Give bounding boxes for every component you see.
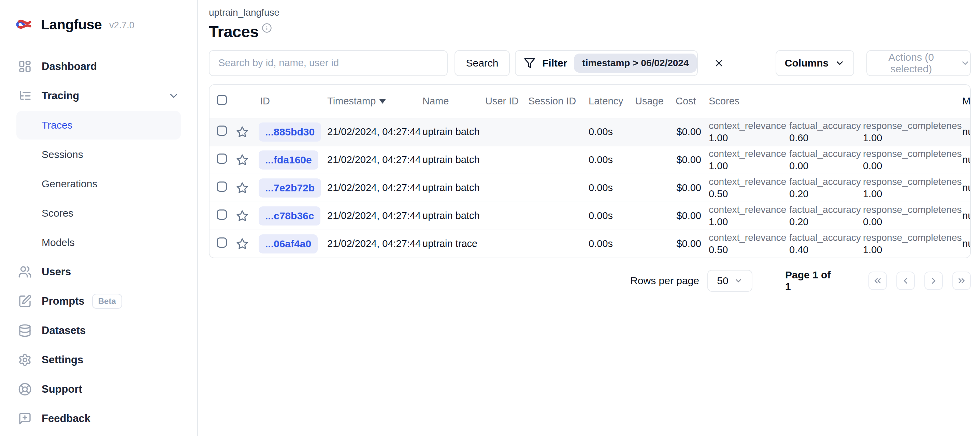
filter-label: Filter — [542, 57, 567, 69]
trace-id-link[interactable]: ...06af4a0 — [259, 234, 318, 253]
search-input[interactable] — [209, 50, 448, 76]
rows-per-page-select[interactable]: 50 — [707, 270, 752, 292]
breadcrumb[interactable]: uptrain_langfuse — [209, 7, 971, 18]
col-header-timestamp[interactable]: Timestamp — [327, 95, 422, 107]
score-value: 0.20 — [789, 188, 863, 200]
score-label: response_completeness — [863, 204, 962, 216]
name-cell: uptrain batch — [422, 210, 485, 221]
last-page-button[interactable] — [952, 272, 971, 290]
trace-id-link[interactable]: ...7e2b72b — [259, 178, 321, 197]
row-checkbox[interactable] — [217, 210, 227, 220]
star-icon[interactable] — [236, 126, 253, 138]
filter-button[interactable]: Filter timestamp > 06/02/2024 — [515, 50, 698, 76]
score-label: context_relevance — [709, 232, 789, 243]
info-icon[interactable] — [262, 23, 272, 33]
chevron-down-icon — [734, 276, 743, 285]
star-icon[interactable] — [236, 238, 253, 250]
previous-page-button[interactable] — [896, 272, 915, 290]
col-header-user-id[interactable]: User ID — [485, 95, 528, 107]
lifebuoy-icon — [17, 382, 33, 396]
score-value: 1.00 — [863, 188, 962, 200]
score-value: 0.20 — [789, 216, 863, 228]
scores-cell: context_relevance1.00 factual_accuracy0.… — [705, 204, 962, 228]
score-label: response_completeness — [863, 232, 962, 243]
col-header-cost[interactable]: Cost — [676, 95, 705, 107]
columns-button[interactable]: Columns — [776, 50, 854, 76]
sidebar-item-label: Feedback — [41, 412, 91, 425]
trace-id-link[interactable]: ...c78b36c — [259, 207, 320, 226]
col-header-id[interactable]: ID — [253, 95, 327, 107]
scores-cell: context_relevance0.50 factual_accuracy0.… — [705, 176, 962, 200]
row-checkbox[interactable] — [217, 181, 227, 192]
table-row: ...c78b36c 21/02/2024, 04:27:44 uptrain … — [210, 202, 970, 229]
col-header-scores[interactable]: Scores — [705, 95, 962, 107]
sidebar-item-scores[interactable]: Scores — [0, 199, 197, 228]
score-value: 0.60 — [789, 132, 863, 144]
sidebar-item-sessions[interactable]: Sessions — [0, 140, 197, 169]
col-header-latency[interactable]: Latency — [589, 95, 635, 107]
clear-filter-x-icon[interactable] — [713, 58, 724, 68]
table-row: ...fda160e 21/02/2024, 04:27:44 uptrain … — [210, 146, 970, 173]
sidebar-item-settings[interactable]: Settings — [0, 345, 197, 375]
sidebar-item-label: Traces — [41, 119, 73, 131]
col-header-usage[interactable]: Usage — [635, 95, 676, 107]
app-root: Langfuse v2.7.0 Dashboard — [0, 0, 980, 436]
row-checkbox[interactable] — [217, 237, 227, 248]
cost-cell: $0.00 — [676, 154, 705, 165]
trace-id-link[interactable]: ...fda160e — [259, 150, 318, 170]
score-label: context_relevance — [709, 204, 789, 216]
row-checkbox[interactable] — [217, 126, 227, 136]
sidebar-item-dashboard[interactable]: Dashboard — [0, 52, 197, 81]
score-label: factual_accuracy — [789, 148, 863, 160]
langfuse-knot-icon — [16, 17, 33, 32]
cost-cell: $0.00 — [676, 126, 705, 137]
first-page-button[interactable] — [869, 272, 887, 290]
chevron-down-icon[interactable] — [168, 90, 180, 102]
sidebar-item-traces[interactable]: Traces — [0, 111, 197, 140]
app-version: v2.7.0 — [109, 20, 134, 31]
sidebar-item-models[interactable]: Models — [0, 228, 197, 257]
sidebar-item-label: Support — [41, 383, 82, 395]
table-header-row: ID Timestamp Name User ID Session ID Lat… — [210, 85, 970, 118]
sidebar-item-label: Sessions — [41, 149, 83, 160]
star-icon[interactable] — [236, 182, 253, 194]
scores-cell: context_relevance0.50 factual_accuracy0.… — [705, 232, 962, 256]
col-header-name[interactable]: Name — [422, 95, 485, 107]
table-row: ...885bd30 21/02/2024, 04:27:44 uptrain … — [210, 118, 970, 146]
toolbar: Search Filter timestamp > 06/02/2024 Col… — [209, 50, 971, 76]
score-label: context_relevance — [709, 120, 789, 132]
sidebar-item-feedback[interactable]: Feedback — [0, 404, 197, 433]
star-icon[interactable] — [236, 154, 253, 166]
sidebar-item-label: Prompts — [41, 295, 84, 307]
sidebar-item-prompts[interactable]: Prompts Beta — [0, 286, 197, 316]
users-icon — [17, 265, 33, 279]
beta-badge: Beta — [92, 294, 122, 309]
score-value: 0.50 — [709, 188, 789, 200]
col-header-metadata[interactable]: Metadata — [962, 95, 970, 107]
trace-id-link[interactable]: ...885bd30 — [259, 123, 321, 142]
select-all-checkbox[interactable] — [217, 95, 227, 105]
sidebar-item-support[interactable]: Support — [0, 375, 197, 404]
filter-chip[interactable]: timestamp > 06/02/2024 — [574, 54, 697, 73]
actions-button[interactable]: Actions (0 selected) — [866, 50, 971, 76]
star-icon[interactable] — [236, 210, 253, 222]
sidebar-item-generations[interactable]: Generations — [0, 169, 197, 199]
latency-cell: 0.00s — [589, 126, 635, 137]
score-label: context_relevance — [709, 148, 789, 160]
name-cell: uptrain batch — [422, 154, 485, 165]
logo[interactable]: Langfuse v2.7.0 — [0, 14, 197, 35]
col-header-session-id[interactable]: Session ID — [528, 95, 589, 107]
sidebar-item-datasets[interactable]: Datasets — [0, 316, 197, 345]
sidebar-item-tracing[interactable]: Tracing — [0, 81, 197, 111]
cost-cell: $0.00 — [676, 182, 705, 193]
row-checkbox[interactable] — [217, 154, 227, 164]
columns-label: Columns — [785, 57, 829, 69]
main-content: uptrain_langfuse Traces Search Filter t — [198, 0, 980, 436]
score-label: context_relevance — [709, 176, 789, 188]
sidebar-item-label: Dashboard — [41, 60, 97, 73]
rows-per-page-value: 50 — [717, 275, 728, 286]
pagination-bar: Rows per page 50 Page 1 of 1 — [209, 269, 971, 292]
search-button[interactable]: Search — [455, 50, 510, 76]
next-page-button[interactable] — [924, 272, 943, 290]
sidebar-item-users[interactable]: Users — [0, 257, 197, 286]
